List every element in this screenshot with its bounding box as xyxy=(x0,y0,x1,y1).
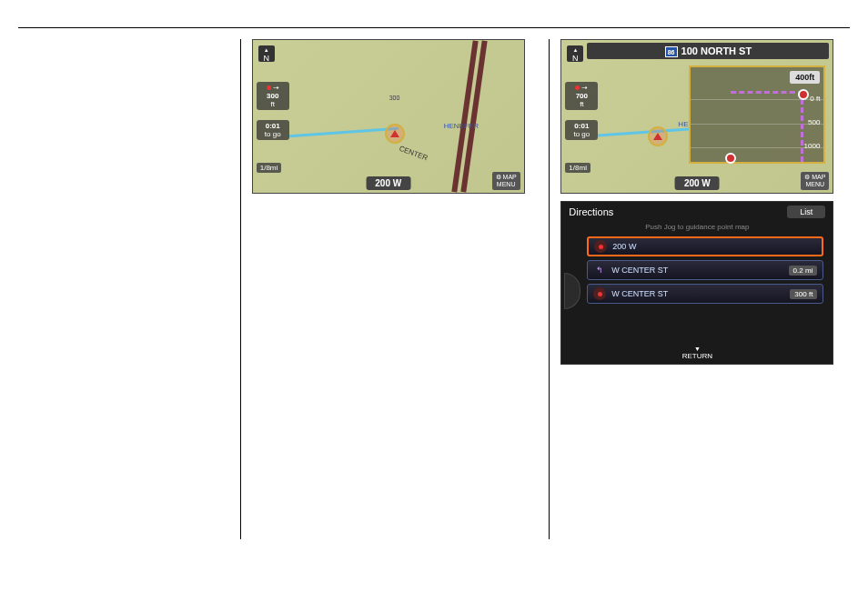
return-button[interactable]: RETURN xyxy=(561,346,833,360)
directions-row-2[interactable]: W CENTER ST 300 ft xyxy=(587,284,823,304)
map-screen-1: N ➝ 300 ft 0:01 to go 1/8mi CENTER 300 H… xyxy=(252,39,525,194)
directions-row-distance: 0.2 mi xyxy=(789,266,818,276)
current-street-label: 200 W xyxy=(366,176,410,190)
directions-row-0[interactable]: 200 W xyxy=(587,236,823,256)
map-menu-button[interactable]: ⚙ MAPMENU xyxy=(801,172,829,190)
directions-row-label: W CENTER ST xyxy=(611,266,788,275)
map-scale[interactable]: 1/8mi xyxy=(565,163,590,173)
scale-tick-500: 500 xyxy=(808,118,820,126)
map-scale[interactable]: 1/8mi xyxy=(257,163,282,173)
directions-screen: Directions List Push Jog to guidance poi… xyxy=(560,201,833,365)
turn-distance-badge: 400ft xyxy=(790,71,820,84)
vehicle-dot-icon xyxy=(725,153,736,164)
destination-icon xyxy=(593,287,606,300)
compass-icon[interactable]: N xyxy=(567,45,583,62)
scale-tick-0: 0 ft xyxy=(810,95,820,103)
scale-tick-1000: 1000 xyxy=(804,142,821,150)
route-shield-icon: 86 xyxy=(665,46,678,57)
directions-subtitle: Push Jog to guidance point map xyxy=(561,222,833,233)
column-1 xyxy=(18,39,241,539)
turn-guidance-inset: 400ft 0 ft 500 1000 xyxy=(689,65,825,164)
map-screen-2: N 86100 NORTH ST ➝ 700 ft 0:01 to go 1/8… xyxy=(560,39,833,194)
distance-overlay: 300 xyxy=(389,95,400,101)
time-to-go-box[interactable]: 0:01 to go xyxy=(257,120,289,140)
guidance-route-line xyxy=(731,91,803,162)
destination-icon xyxy=(594,240,607,253)
destination-distance-box[interactable]: ➝ 300 ft xyxy=(257,82,289,110)
compass-icon[interactable]: N xyxy=(258,45,275,62)
directions-row-1[interactable]: ↰ W CENTER ST 0.2 mi xyxy=(587,260,823,280)
map-menu-button[interactable]: ⚙ MAPMENU xyxy=(492,172,520,190)
column-3: N 86100 NORTH ST ➝ 700 ft 0:01 to go 1/8… xyxy=(550,39,850,539)
list-tab[interactable]: List xyxy=(787,206,825,218)
current-street-label: 200 W xyxy=(675,176,720,190)
destination-icon xyxy=(267,85,271,90)
next-street-bar: 86100 NORTH ST xyxy=(587,43,829,59)
directions-row-label: W CENTER ST xyxy=(611,289,790,298)
destination-icon xyxy=(575,85,580,90)
henefer-label: HENEFER xyxy=(444,122,479,130)
turn-left-icon: ↰ xyxy=(593,264,606,276)
directions-title: Directions xyxy=(569,206,787,217)
destination-distance-box[interactable]: ➝ 700 ft xyxy=(565,82,598,110)
directions-row-distance: 300 ft xyxy=(790,289,817,299)
directions-row-label: 200 W xyxy=(612,242,816,251)
time-to-go-box[interactable]: 0:01 to go xyxy=(565,120,598,140)
henefer-label-short: HE xyxy=(678,120,688,128)
column-2: N ➝ 300 ft 0:01 to go 1/8mi CENTER 300 H… xyxy=(241,39,550,539)
vehicle-cursor-icon xyxy=(385,124,405,144)
